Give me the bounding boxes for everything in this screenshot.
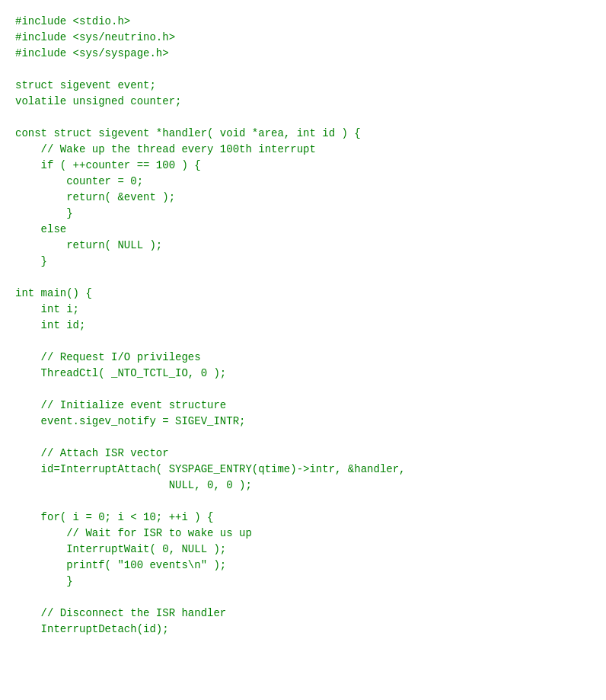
code-line: const struct sigevent *handler( void *ar…: [15, 126, 591, 142]
code-line: // Attach ISR vector: [15, 446, 591, 462]
code-line: event.sigev_notify = SIGEV_INTR;: [15, 414, 591, 430]
code-line: #include <stdio.h>: [15, 14, 591, 30]
code-container: #include <stdio.h>#include <sys/neutrino…: [15, 14, 591, 638]
code-line: int id;: [15, 318, 591, 334]
code-line: // Disconnect the ISR handler: [15, 606, 591, 622]
code-line: [15, 590, 591, 606]
code-line: int i;: [15, 302, 591, 318]
code-line: InterruptDetach(id);: [15, 622, 591, 638]
code-line: NULL, 0, 0 );: [15, 478, 591, 494]
code-line: [15, 382, 591, 398]
code-line: }: [15, 574, 591, 590]
code-line: else: [15, 222, 591, 238]
code-line: [15, 334, 591, 350]
code-line: return( &event );: [15, 190, 591, 206]
code-line: if ( ++counter == 100 ) {: [15, 158, 591, 174]
code-line: }: [15, 206, 591, 222]
code-line: volatile unsigned counter;: [15, 94, 591, 110]
code-line: InterruptWait( 0, NULL );: [15, 542, 591, 558]
code-line: #include <sys/syspage.h>: [15, 46, 591, 62]
code-line: // Request I/O privileges: [15, 350, 591, 366]
code-line: struct sigevent event;: [15, 78, 591, 94]
code-line: // Wait for ISR to wake us up: [15, 526, 591, 542]
code-line: ThreadCtl( _NTO_TCTL_IO, 0 );: [15, 366, 591, 382]
code-line: [15, 110, 591, 126]
code-line: counter = 0;: [15, 174, 591, 190]
code-line: #include <sys/neutrino.h>: [15, 30, 591, 46]
code-line: printf( "100 events\n" );: [15, 558, 591, 574]
code-line: [15, 62, 591, 78]
code-line: for( i = 0; i < 10; ++i ) {: [15, 510, 591, 526]
code-line: id=InterruptAttach( SYSPAGE_ENTRY(qtime)…: [15, 462, 591, 478]
code-line: int main() {: [15, 286, 591, 302]
code-line: }: [15, 254, 591, 270]
code-line: [15, 430, 591, 446]
code-line: // Initialize event structure: [15, 398, 591, 414]
code-line: // Wake up the thread every 100th interr…: [15, 142, 591, 158]
code-line: [15, 494, 591, 510]
code-line: return( NULL );: [15, 238, 591, 254]
code-line: [15, 270, 591, 286]
